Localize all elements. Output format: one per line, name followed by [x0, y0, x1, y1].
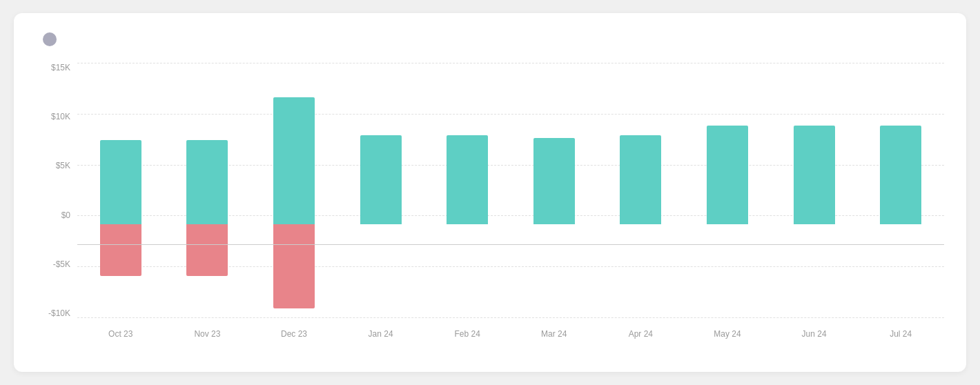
bar-stack [447, 135, 488, 224]
bar-stack [707, 126, 748, 224]
bar-group [186, 63, 228, 318]
x-labels: Oct 23Nov 23Dec 23Jan 24Feb 24Mar 24Apr … [77, 318, 944, 339]
bar-positive [186, 140, 228, 224]
bar-group [100, 63, 141, 318]
bar-stack [186, 140, 228, 276]
bar-positive [533, 138, 575, 224]
y-axis: $15K$10K$5K$0-$5K-$10K [36, 63, 77, 339]
bar-positive [273, 97, 315, 224]
bar-group [707, 63, 748, 318]
x-axis-label: Oct 23 [100, 329, 141, 339]
x-axis-label: Nov 23 [186, 329, 228, 339]
bar-group [447, 63, 488, 318]
chart-body: Oct 23Nov 23Dec 23Jan 24Feb 24Mar 24Apr … [77, 63, 944, 339]
bars-row [77, 63, 944, 339]
card-header [36, 32, 944, 46]
x-axis-label: Feb 24 [447, 329, 488, 339]
x-axis-label: Mar 24 [533, 329, 575, 339]
y-axis-label: -$10K [36, 308, 77, 318]
bar-stack [360, 135, 402, 224]
bar-group [273, 63, 315, 318]
y-axis-label: $5K [36, 161, 77, 170]
bar-group [794, 63, 835, 318]
bar-positive [100, 140, 141, 224]
bar-stack [880, 126, 921, 224]
bar-negative [186, 224, 228, 276]
bar-group [533, 63, 575, 318]
y-axis-label: $15K [36, 63, 77, 72]
bar-positive [360, 135, 402, 224]
y-axis-label: -$5K [36, 259, 77, 269]
y-axis-label: $10K [36, 112, 77, 121]
x-axis-label: Dec 23 [273, 329, 315, 339]
bar-positive [620, 135, 661, 224]
bar-group [620, 63, 661, 318]
bar-positive [880, 126, 921, 224]
bar-positive [794, 126, 835, 224]
bar-stack [533, 138, 575, 224]
x-axis-label: Apr 24 [620, 329, 661, 339]
bar-stack [100, 140, 141, 276]
bar-group [880, 63, 921, 318]
bar-group [360, 63, 402, 318]
bar-stack [273, 97, 315, 308]
bar-stack [620, 135, 661, 224]
cash-flow-card: $15K$10K$5K$0-$5K-$10K Oct 23Nov 23Dec 2… [14, 13, 966, 372]
bar-positive [707, 126, 748, 224]
y-axis-label: $0 [36, 210, 77, 220]
bar-negative [273, 224, 315, 308]
bar-stack [794, 126, 835, 224]
bar-positive [447, 135, 488, 224]
chart-area: $15K$10K$5K$0-$5K-$10K Oct 23Nov 23Dec 2… [36, 63, 944, 339]
bar-negative [100, 224, 141, 276]
x-axis-label: Jun 24 [794, 329, 835, 339]
help-icon[interactable] [43, 32, 57, 46]
x-axis-label: May 24 [707, 329, 748, 339]
x-axis-label: Jan 24 [360, 329, 402, 339]
x-axis-label: Jul 24 [880, 329, 921, 339]
